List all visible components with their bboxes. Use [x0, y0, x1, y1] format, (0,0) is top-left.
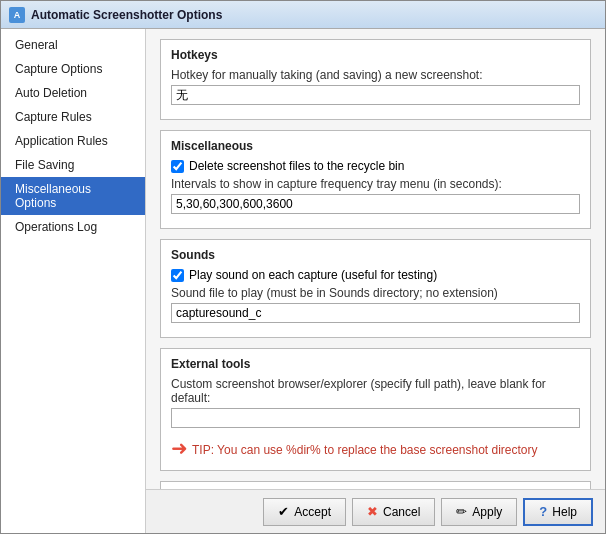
- sidebar-item-application-rules[interactable]: Application Rules: [1, 129, 145, 153]
- external-tools-section: External tools Custom screenshot browser…: [160, 348, 591, 471]
- path-field-row: Custom screenshot browser/explorer (spec…: [171, 377, 580, 430]
- hotkeys-title: Hotkeys: [171, 48, 580, 62]
- sound-file-field-row: Sound file to play (must be in Sounds di…: [171, 286, 580, 323]
- tip-text: TIP: You can use %dir% to replace the ba…: [192, 443, 538, 457]
- help-icon: ?: [539, 504, 547, 519]
- sidebar: General Capture Options Auto Deletion Ca…: [1, 29, 146, 533]
- content-area: Hotkeys Hotkey for manually taking (and …: [146, 29, 605, 489]
- recycle-bin-checkbox[interactable]: [171, 160, 184, 173]
- path-label: Custom screenshot browser/explorer (spec…: [171, 377, 580, 405]
- app-icon: A: [9, 7, 25, 23]
- apply-label: Apply: [472, 505, 502, 519]
- title-bar: A Automatic Screenshotter Options: [1, 1, 605, 29]
- sidebar-item-general[interactable]: General: [1, 33, 145, 57]
- play-sound-row: Play sound on each capture (useful for t…: [171, 268, 580, 282]
- intervals-field-row: Intervals to show in capture frequency t…: [171, 177, 580, 214]
- sound-file-input[interactable]: [171, 303, 580, 323]
- hotkeys-section: Hotkeys Hotkey for manually taking (and …: [160, 39, 591, 120]
- intervals-input[interactable]: [171, 194, 580, 214]
- recycle-bin-row: Delete screenshot files to the recycle b…: [171, 159, 580, 173]
- apply-button[interactable]: ✏ Apply: [441, 498, 517, 526]
- sidebar-item-miscellaneous[interactable]: Miscellaneous Options: [1, 177, 145, 215]
- window-title: Automatic Screenshotter Options: [31, 8, 222, 22]
- main-window: A Automatic Screenshotter Options Genera…: [0, 0, 606, 534]
- main-content: Hotkeys Hotkey for manually taking (and …: [146, 29, 605, 533]
- intervals-label: Intervals to show in capture frequency t…: [171, 177, 580, 191]
- hotkey-input[interactable]: [171, 85, 580, 105]
- image-options-section: Image file options DPI for saved image f…: [160, 481, 591, 489]
- help-button[interactable]: ? Help: [523, 498, 593, 526]
- misc-section: Miscellaneous Delete screenshot files to…: [160, 130, 591, 229]
- cancel-icon: ✖: [367, 504, 378, 519]
- sounds-section: Sounds Play sound on each capture (usefu…: [160, 239, 591, 338]
- play-sound-label: Play sound on each capture (useful for t…: [189, 268, 437, 282]
- arrow-icon: ➜: [171, 436, 188, 460]
- apply-icon: ✏: [456, 504, 467, 519]
- sound-file-label: Sound file to play (must be in Sounds di…: [171, 286, 580, 300]
- accept-button[interactable]: ✔ Accept: [263, 498, 346, 526]
- sidebar-item-capture-rules[interactable]: Capture Rules: [1, 105, 145, 129]
- misc-title: Miscellaneous: [171, 139, 580, 153]
- cancel-button[interactable]: ✖ Cancel: [352, 498, 435, 526]
- recycle-bin-label: Delete screenshot files to the recycle b…: [189, 159, 404, 173]
- sidebar-item-file-saving[interactable]: File Saving: [1, 153, 145, 177]
- hotkey-field-row: Hotkey for manually taking (and saving) …: [171, 68, 580, 105]
- sounds-title: Sounds: [171, 248, 580, 262]
- accept-label: Accept: [294, 505, 331, 519]
- hotkey-label: Hotkey for manually taking (and saving) …: [171, 68, 580, 82]
- sidebar-item-capture-options[interactable]: Capture Options: [1, 57, 145, 81]
- tip-row: ➜ TIP: You can use %dir% to replace the …: [171, 436, 580, 460]
- accept-icon: ✔: [278, 504, 289, 519]
- external-tools-title: External tools: [171, 357, 580, 371]
- sidebar-item-operations-log[interactable]: Operations Log: [1, 215, 145, 239]
- help-label: Help: [552, 505, 577, 519]
- play-sound-checkbox[interactable]: [171, 269, 184, 282]
- sidebar-item-auto-deletion[interactable]: Auto Deletion: [1, 81, 145, 105]
- button-bar: ✔ Accept ✖ Cancel ✏ Apply ? Help: [146, 489, 605, 533]
- path-input[interactable]: [171, 408, 580, 428]
- cancel-label: Cancel: [383, 505, 420, 519]
